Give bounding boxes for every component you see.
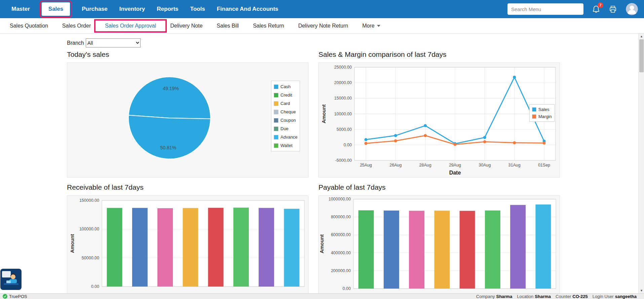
payable-panel: 0.00200000.00400000.00600000.00800000.00… — [318, 195, 560, 299]
status-value: Sharma — [535, 294, 551, 299]
legend-item-margin: Margin — [532, 113, 552, 120]
nav-item-tools[interactable]: Tools — [190, 6, 205, 12]
bar — [510, 205, 526, 289]
legend-item-wallet: Wallet — [274, 141, 297, 150]
subnav-item-label: Delivery Note — [170, 23, 202, 29]
legend-item-card: Card — [274, 99, 297, 108]
legend-item-coupon: Coupon — [274, 116, 297, 124]
status-login-user: Login Usersangeetha — [593, 294, 637, 299]
bar — [132, 208, 148, 287]
svg-text:25000.00: 25000.00 — [334, 65, 352, 70]
subnav-item-sales-order[interactable]: Sales Order — [55, 23, 98, 29]
pie-slices: 49.19%50.81% — [128, 77, 211, 159]
data-point — [424, 124, 427, 127]
axis-tick-labels: 0.00200000.00400000.00600000.00800000.00… — [329, 197, 351, 291]
data-point — [394, 139, 397, 142]
nav-item-inventory[interactable]: Inventory — [119, 6, 145, 12]
subnav-item-sales-return[interactable]: Sales Return — [246, 23, 291, 29]
status-label: Location — [517, 294, 533, 299]
vertical-scrollbar: ▲ ▼ — [638, 34, 644, 293]
bar — [409, 211, 424, 289]
data-point — [513, 76, 516, 79]
svg-text:28Aug: 28Aug — [419, 163, 431, 167]
svg-text:25Aug: 25Aug — [360, 163, 372, 167]
subnav-item-sales-bill[interactable]: Sales Bill — [210, 23, 246, 29]
subnav-item-delivery-note[interactable]: Delivery Note — [163, 23, 210, 29]
todays-sales-panel: 49.19%50.81% CashCreditCardChequeCouponD… — [67, 63, 308, 178]
scroll-down-arrow[interactable]: ▼ — [639, 288, 644, 293]
nav-item-reports[interactable]: Reports — [157, 6, 178, 12]
svg-text:100000.00: 100000.00 — [79, 227, 99, 231]
bar — [183, 208, 198, 287]
subnav-item-label: Sales Quotation — [10, 23, 48, 29]
svg-text:29Aug: 29Aug — [449, 163, 461, 167]
notifications-button[interactable]: 7 — [592, 5, 600, 13]
bar — [259, 208, 274, 287]
status-bar: TruePOS CompanySharmaLocationSharmaCount… — [0, 293, 644, 299]
sales-margin-line-chart: -5000.000.005000.0010000.0015000.0020000… — [319, 63, 560, 177]
legend-swatch — [532, 107, 536, 112]
legend-swatch — [274, 143, 278, 148]
subnav-item-sales-quotation[interactable]: Sales Quotation — [3, 23, 55, 29]
legend-swatch — [274, 126, 278, 131]
support-chat-widget[interactable] — [0, 269, 22, 290]
print-button[interactable] — [609, 5, 617, 13]
nav-item-sales[interactable]: Sales — [42, 2, 70, 16]
receivable-panel: 0.0050000.00100000.00150000.00Amount — [67, 195, 308, 299]
data-point — [483, 140, 486, 143]
svg-text:800000.00: 800000.00 — [331, 215, 351, 219]
subnav-item-label: Sales Order Approval — [105, 23, 156, 29]
legend-item-cheque: Cheque — [274, 108, 297, 116]
legend-item-credit: Credit — [274, 91, 297, 99]
branch-select[interactable]: All — [86, 38, 141, 47]
scroll-up-arrow[interactable]: ▲ — [639, 34, 644, 39]
nav-item-purchase[interactable]: Purchase — [82, 6, 108, 12]
legend-item-label: Sales — [538, 107, 550, 112]
receivable-bar-chart: 0.0050000.00100000.00150000.00Amount — [67, 196, 308, 299]
subnav-item-sales-order-approval[interactable]: Sales Order Approval — [98, 23, 163, 29]
y-axis-label: Amount — [319, 234, 325, 254]
todays-sales-title: Today's sales — [67, 50, 109, 59]
legend-swatch — [274, 135, 278, 140]
y-axis-label: Amount — [69, 234, 75, 253]
subnav-item-label: Sales Order — [62, 23, 91, 29]
data-point — [483, 136, 486, 139]
svg-text:10000.00: 10000.00 — [334, 112, 352, 116]
scrollbar-thumb[interactable] — [639, 39, 644, 72]
nav-item-master[interactable]: Master — [11, 6, 30, 12]
legend-item-label: Cash — [280, 84, 291, 89]
printer-icon — [609, 5, 617, 13]
y-axis-label: Amount — [321, 104, 327, 123]
user-avatar[interactable] — [626, 3, 638, 15]
sales-margin-panel: -5000.000.005000.0010000.0015000.0020000… — [318, 63, 560, 178]
legend-swatch — [274, 93, 278, 98]
legend-item-label: Due — [280, 126, 289, 131]
status-value: sangeetha — [615, 294, 637, 299]
pie-legend: CashCreditCardChequeCouponDueAdvanceWall… — [271, 81, 300, 151]
subnav-item-label: Sales Return — [253, 23, 284, 29]
subnav-item-label: Delivery Note Return — [298, 23, 348, 29]
legend-swatch — [274, 84, 278, 89]
branch-label: Branch — [67, 40, 84, 46]
legend-swatch — [532, 114, 536, 119]
legend-item-label: Coupon — [280, 118, 296, 123]
support-agent-illustration — [0, 269, 22, 290]
subnav-item-more[interactable]: More — [355, 23, 387, 29]
bar — [284, 209, 299, 287]
pie-slice-label: 50.81% — [160, 145, 176, 150]
subnav-item-delivery-note-return[interactable]: Delivery Note Return — [291, 23, 355, 29]
line-legend: SalesMargin — [529, 104, 555, 122]
data-point — [454, 143, 457, 146]
nav-item-finance-and-accounts[interactable]: Finance And Accounts — [217, 6, 278, 12]
bar — [460, 211, 475, 289]
legend-item-label: Cheque — [280, 109, 296, 114]
axis-tick-labels: 0.0050000.00100000.00150000.00 — [79, 198, 99, 289]
status-value: CO-225 — [572, 294, 588, 299]
payable-bar-chart: 0.00200000.00400000.00600000.00800000.00… — [319, 196, 560, 299]
brand-name: TruePOS — [9, 294, 27, 299]
search-input[interactable] — [507, 3, 583, 15]
data-point — [365, 138, 368, 141]
person-icon — [626, 3, 638, 15]
svg-text:1000000.00: 1000000.00 — [329, 197, 351, 201]
legend-swatch — [274, 101, 278, 106]
